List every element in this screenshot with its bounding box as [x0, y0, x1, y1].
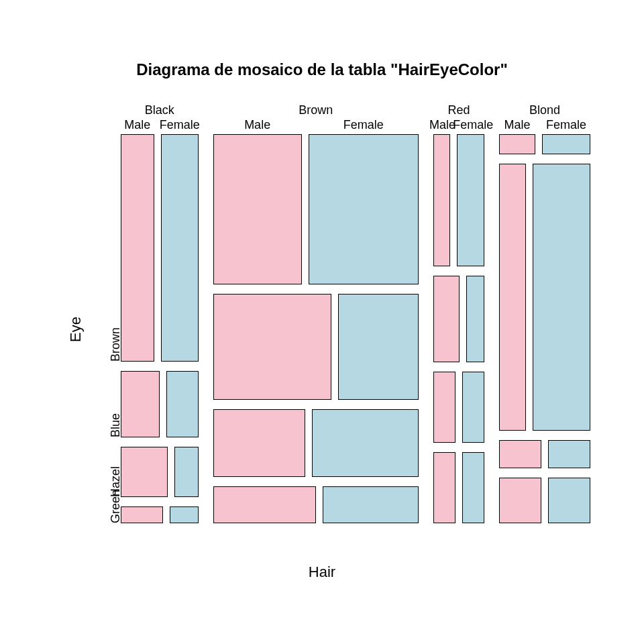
mosaic-tile [213, 409, 305, 478]
y-axis-label: Eye [67, 317, 85, 342]
mosaic-tile [433, 452, 455, 523]
mosaic-tile [462, 372, 484, 443]
mosaic-tile [533, 164, 590, 431]
hair-label: Red [433, 103, 484, 117]
sex-label: Male [209, 118, 306, 132]
mosaic-tile [433, 276, 460, 362]
sex-label: Female [157, 118, 203, 132]
mosaic-tile [433, 372, 455, 443]
mosaic-tile [542, 134, 590, 154]
mosaic-tile [548, 440, 590, 468]
mosaic-tile [174, 447, 198, 497]
mosaic-tile [312, 409, 419, 478]
hair-label: Blond [499, 103, 590, 117]
mosaic-tile [499, 478, 541, 523]
sex-label: Female [538, 118, 594, 132]
mosaic-tile [121, 506, 163, 523]
chart-title: Diagrama de mosaico de la tabla "HairEye… [0, 60, 644, 79]
mosaic-tile [213, 134, 302, 284]
mosaic-tile [499, 164, 526, 431]
mosaic-tile [121, 371, 160, 438]
sex-label: Male [495, 118, 539, 132]
mosaic-tile [499, 440, 541, 468]
mosaic-tile [462, 452, 484, 523]
x-axis-label: Hair [0, 564, 644, 581]
mosaic-tile [457, 134, 484, 266]
mosaic-tile [170, 506, 198, 523]
mosaic-tile [213, 294, 331, 400]
mosaic-tile [433, 134, 450, 266]
mosaic-tile [309, 134, 419, 284]
mosaic-tile [499, 134, 535, 154]
mosaic-tile [121, 447, 168, 497]
sex-label: Female [305, 118, 423, 132]
hair-label: Brown [213, 103, 419, 117]
mosaic-tile [466, 276, 484, 362]
mosaic-tile [548, 478, 590, 523]
mosaic-tile [166, 371, 199, 438]
sex-label: Female [453, 118, 488, 132]
sex-label: Male [117, 118, 158, 132]
mosaic-tile [161, 134, 199, 362]
sex-label: Male [429, 118, 454, 132]
mosaic-tile [213, 486, 316, 523]
mosaic-tile [121, 134, 154, 362]
hair-label: Black [121, 103, 199, 117]
mosaic-tile [338, 294, 419, 400]
mosaic-tile [323, 486, 419, 523]
